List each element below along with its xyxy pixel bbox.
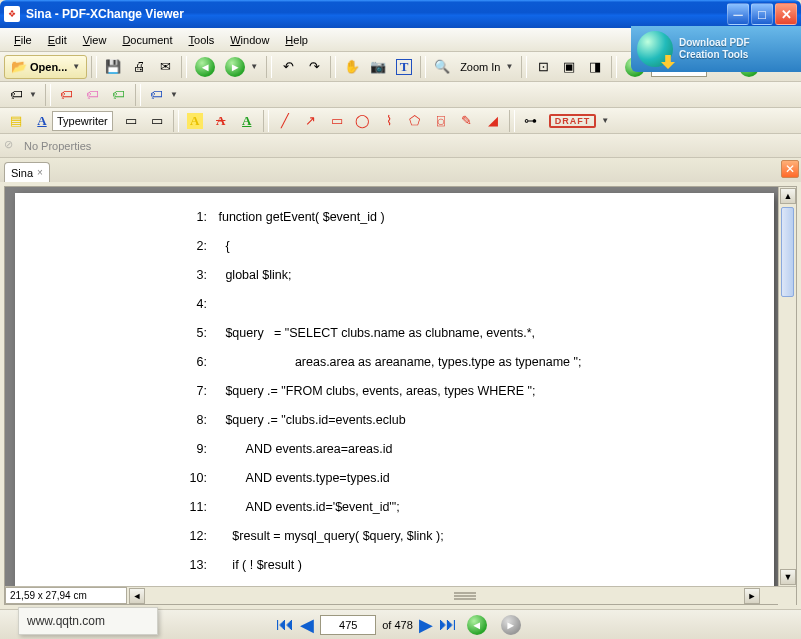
menu-document[interactable]: Document xyxy=(114,31,180,49)
prev-page-button[interactable]: ◀ xyxy=(300,614,314,636)
tag-green-button[interactable]: 🏷 xyxy=(107,83,131,107)
snapshot-button[interactable]: 📷 xyxy=(366,55,390,79)
strikeout-button[interactable]: A xyxy=(209,109,233,133)
oval-icon: ◯ xyxy=(355,113,371,129)
nav-back-button[interactable]: ◄ xyxy=(191,55,219,79)
print-button[interactable]: 🖨 xyxy=(127,55,151,79)
polyline-tool-button[interactable]: ⌇ xyxy=(377,109,401,133)
scroll-down-button[interactable]: ▼ xyxy=(780,569,796,585)
text-select-icon: T xyxy=(396,59,412,75)
page-number-input[interactable] xyxy=(320,615,376,635)
code-line: 3: global $link; xyxy=(15,261,774,290)
scroll-thumb[interactable] xyxy=(781,207,794,297)
minimize-button[interactable]: ─ xyxy=(727,3,749,25)
underline-button[interactable]: A xyxy=(235,109,259,133)
fit-page-button[interactable]: ▣ xyxy=(557,55,581,79)
arrow-right-icon: ► xyxy=(225,57,245,77)
polygon-tool-button[interactable]: ⬠ xyxy=(403,109,427,133)
last-page-button[interactable]: ⏭ xyxy=(439,614,457,635)
actual-size-button[interactable]: ⊡ xyxy=(531,55,555,79)
eraser-tool-button[interactable]: ◢ xyxy=(481,109,505,133)
highlight-button[interactable]: A xyxy=(183,109,207,133)
hand-icon: ✋ xyxy=(344,59,360,75)
printer-icon: 🖨 xyxy=(131,59,147,75)
maximize-button[interactable]: □ xyxy=(751,3,773,25)
code-line: 7: $query .= "FROM clubs, events, areas,… xyxy=(15,377,774,406)
email-button[interactable]: ✉ xyxy=(153,55,177,79)
vertical-scrollbar[interactable]: ▲ ▼ xyxy=(778,187,796,586)
tag-blue-icon: 🏷 xyxy=(149,87,165,103)
properties-bar: ⊘ No Properties xyxy=(0,134,801,158)
menu-help[interactable]: Help xyxy=(277,31,316,49)
code-line: 13: if ( ! $result ) xyxy=(15,551,774,580)
back-icon: ◄ xyxy=(467,615,487,635)
document-area: 1: function getEvent( $event_id )2: {3: … xyxy=(4,186,797,605)
page-dimensions: 21,59 x 27,94 cm xyxy=(5,587,127,604)
app-icon: ❖ xyxy=(4,6,20,22)
next-page-button[interactable]: ▶ xyxy=(419,614,433,636)
close-all-tabs-button[interactable]: ✕ xyxy=(781,160,799,178)
textbox-button[interactable]: ▭ xyxy=(119,109,143,133)
menu-window[interactable]: Window xyxy=(222,31,277,49)
callout-icon: ▭ xyxy=(149,113,165,129)
stamp-tool-button[interactable]: ⊶ xyxy=(519,109,543,133)
tag-icon: 🏷 xyxy=(8,87,24,103)
nav-fwd2-button[interactable]: ► xyxy=(497,613,525,637)
rotate-ccw-button[interactable]: ↶ xyxy=(276,55,300,79)
menu-view[interactable]: View xyxy=(75,31,115,49)
page-total-label: of 478 xyxy=(382,619,413,631)
zoom-tool-button[interactable]: 🔍 xyxy=(430,55,454,79)
tag-red-icon: 🏷 xyxy=(59,87,75,103)
save-button[interactable]: 💾 xyxy=(101,55,125,79)
document-viewport[interactable]: 1: function getEvent( $event_id )2: {3: … xyxy=(5,187,796,604)
tag-pink-button[interactable]: 🏷 xyxy=(81,83,105,107)
pencil-tool-button[interactable]: ✎ xyxy=(455,109,479,133)
first-page-button[interactable]: ⏮ xyxy=(276,614,294,635)
tag-red-button[interactable]: 🏷 xyxy=(55,83,79,107)
sticky-note-button[interactable]: ▤ xyxy=(4,109,28,133)
hand-tool-button[interactable]: ✋ xyxy=(340,55,364,79)
folder-open-icon: 📂 xyxy=(11,59,27,75)
eraser-icon: ◢ xyxy=(485,113,501,129)
arrow-tool-button[interactable]: ↗ xyxy=(299,109,323,133)
rotate-cw-button[interactable]: ↷ xyxy=(302,55,326,79)
tab-close-icon[interactable]: × xyxy=(37,167,43,178)
zoom-in-button[interactable]: Zoom In▼ xyxy=(456,55,517,79)
watermark-url: www.qqtn.com xyxy=(27,614,105,628)
callout-button[interactable]: ▭ xyxy=(145,109,169,133)
scroll-right-button[interactable]: ► xyxy=(744,588,760,604)
open-button[interactable]: 📂 Open...▼ xyxy=(4,55,87,79)
fit-width-button[interactable]: ◨ xyxy=(583,55,607,79)
select-text-button[interactable]: T xyxy=(392,55,416,79)
tag-button-1[interactable]: 🏷▼ xyxy=(4,83,41,107)
draft-stamp-button[interactable]: DRAFT▼ xyxy=(545,109,613,133)
nav-fwd-button[interactable]: ►▼ xyxy=(221,55,262,79)
code-line: 2: { xyxy=(15,232,774,261)
fit-width-icon: ◨ xyxy=(587,59,603,75)
stamp-icon: ⊶ xyxy=(523,113,539,129)
menu-tools[interactable]: Tools xyxy=(181,31,223,49)
line-icon: ╱ xyxy=(277,113,293,129)
code-line: 12: $result = mysql_query( $query, $link… xyxy=(15,522,774,551)
line-tool-button[interactable]: ╱ xyxy=(273,109,297,133)
scroll-left-button[interactable]: ◄ xyxy=(129,588,145,604)
tag-blue-button[interactable]: 🏷▼ xyxy=(145,83,182,107)
typewriter-button[interactable]: A Typewriter xyxy=(30,109,117,133)
arrow-icon: ↗ xyxy=(303,113,319,129)
scroll-up-button[interactable]: ▲ xyxy=(780,188,796,204)
menu-file[interactable]: File xyxy=(6,31,40,49)
draft-stamp-label: DRAFT xyxy=(549,114,597,128)
tab-sina[interactable]: Sina × xyxy=(4,162,50,182)
rect-tool-button[interactable]: ▭ xyxy=(325,109,349,133)
nav-back2-button[interactable]: ◄ xyxy=(463,613,491,637)
toolbar-tags: 🏷▼ 🏷 🏷 🏷 🏷▼ xyxy=(0,82,801,108)
menu-edit[interactable]: Edit xyxy=(40,31,75,49)
cloud-tool-button[interactable]: ⌼ xyxy=(429,109,453,133)
textbox-icon: ▭ xyxy=(123,113,139,129)
fwd-icon: ► xyxy=(501,615,521,635)
hscroll-track[interactable]: ◄ ► xyxy=(129,588,778,604)
oval-tool-button[interactable]: ◯ xyxy=(351,109,375,133)
close-button[interactable]: ✕ xyxy=(775,3,797,25)
download-pdf-badge[interactable]: Download PDF Creation Tools xyxy=(631,26,801,72)
rotate-ccw-icon: ↶ xyxy=(280,59,296,75)
